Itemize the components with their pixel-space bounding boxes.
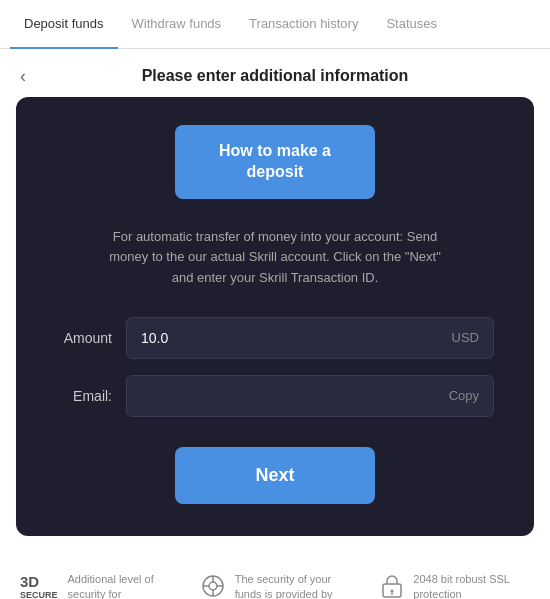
amount-row: Amount USD — [56, 317, 494, 359]
lock-icon — [381, 574, 403, 599]
back-button[interactable]: ‹ — [20, 66, 26, 87]
amount-suffix: USD — [452, 330, 493, 345]
email-row: Email: Copy — [56, 375, 494, 417]
next-button[interactable]: Next — [175, 447, 375, 504]
tab-statuses[interactable]: Statuses — [372, 0, 451, 49]
security-ssl-text: 2048 bit robust SSL protection — [413, 572, 530, 599]
email-label: Email: — [56, 388, 126, 404]
svg-point-7 — [391, 589, 394, 592]
tab-deposit[interactable]: Deposit funds — [10, 0, 118, 49]
page-header: ‹ Please enter additional information — [0, 49, 550, 97]
3d-secure-icon: 3DSECURE — [20, 574, 58, 599]
security-footer: 3DSECURE Additional level of security fo… — [0, 556, 550, 599]
security-item-ssl: 2048 bit robust SSL protection — [381, 572, 530, 599]
security-bank-text: The security of your funds is provided b… — [235, 572, 350, 599]
amount-input-wrap: USD — [126, 317, 494, 359]
email-input-wrap: Copy — [126, 375, 494, 417]
how-to-deposit-button[interactable]: How to make a deposit — [175, 125, 375, 199]
email-input[interactable] — [127, 376, 435, 416]
security-item-3d: 3DSECURE Additional level of security fo… — [20, 572, 169, 599]
amount-input[interactable] — [127, 318, 452, 358]
deposit-card: How to make a deposit For automatic tran… — [16, 97, 534, 536]
security-item-bank: The security of your funds is provided b… — [201, 572, 350, 599]
amount-label: Amount — [56, 330, 126, 346]
tab-history[interactable]: Transaction history — [235, 0, 372, 49]
tab-withdraw[interactable]: Withdraw funds — [118, 0, 236, 49]
deposit-description: For automatic transfer of money into you… — [105, 227, 445, 289]
bank-icon — [201, 574, 225, 599]
svg-point-1 — [209, 582, 217, 590]
security-3d-text: Additional level of security for payment… — [68, 572, 169, 599]
copy-button[interactable]: Copy — [435, 376, 493, 415]
page-title: Please enter additional information — [20, 67, 530, 85]
tab-bar: Deposit funds Withdraw funds Transaction… — [0, 0, 550, 49]
